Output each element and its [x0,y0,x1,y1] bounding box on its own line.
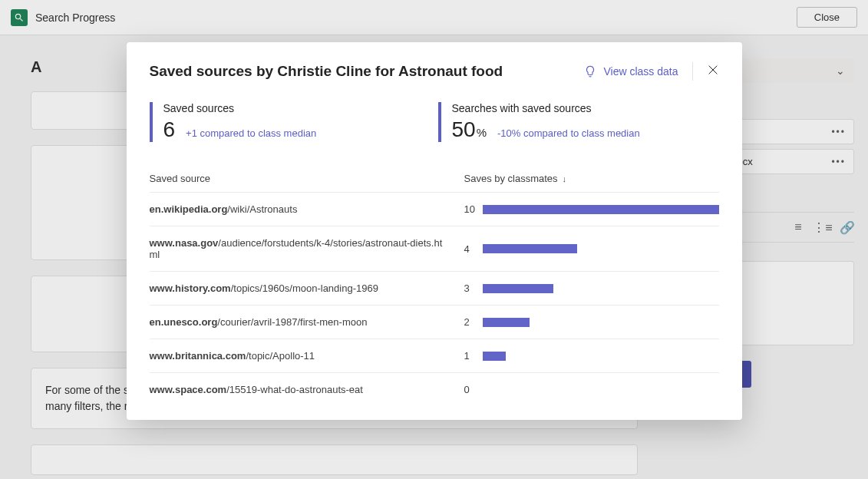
source-bar-track [483,284,719,293]
stat-label: Saved sources [163,102,431,114]
source-bar [483,352,507,361]
stat-label: Searches with saved sources [452,102,719,114]
source-bar-track [483,385,719,395]
source-count: 3 [464,282,483,294]
source-row: www.space.com/15519-what-do-astronauts-e… [150,372,719,406]
modal-overlay: Saved sources by Christie Cline for Astr… [0,0,868,479]
sources-table-body: en.wikipedia.org/wiki/Astronauts10www.na… [150,192,719,406]
stat-value: 6 [163,117,176,142]
source-count: 10 [464,203,483,215]
source-bar-track [483,318,719,327]
close-icon [707,64,719,76]
stat-compare: +1 compared to class median [186,127,316,139]
divider [692,62,693,81]
source-url[interactable]: www.britannica.com/topic/Apollo-11 [150,350,464,362]
source-url[interactable]: www.space.com/15519-what-do-astronauts-e… [150,384,464,395]
source-row: en.wikipedia.org/wiki/Astronauts10 [150,192,719,226]
source-url[interactable]: www.history.com/topics/1960s/moon-landin… [150,282,464,294]
stat-compare: -10% compared to class median [497,127,640,139]
saved-sources-stat: Saved sources 6 +1 compared to class med… [150,102,431,142]
modal-title: Saved sources by Christie Cline for Astr… [150,63,503,80]
source-url[interactable]: www.nasa.gov/audience/forstudents/k-4/st… [150,237,464,260]
saved-sources-modal: Saved sources by Christie Cline for Astr… [127,42,742,420]
source-row: www.history.com/topics/1960s/moon-landin… [150,271,719,305]
source-bar [483,205,719,214]
source-bar [483,284,553,293]
stats-row: Saved sources 6 +1 compared to class med… [150,102,719,142]
th-source: Saved source [150,173,464,184]
stat-value: 50% [452,117,487,142]
source-row: en.unesco.org/courier/avril-1987/first-m… [150,305,719,339]
modal-header: Saved sources by Christie Cline for Astr… [150,62,719,81]
view-class-data-link[interactable]: View class data [583,64,678,78]
searches-stat: Searches with saved sources 50% -10% com… [438,102,719,142]
source-row: www.britannica.com/topic/Apollo-111 [150,339,719,372]
th-saves-label: Saves by classmates [464,173,558,184]
source-count: 0 [464,384,483,395]
view-link-text: View class data [603,65,678,78]
close-modal-button[interactable] [707,64,719,79]
sort-down-icon: ↓ [563,174,567,183]
source-url[interactable]: en.unesco.org/courier/avril-1987/first-m… [150,316,464,328]
th-saves[interactable]: Saves by classmates ↓ [464,173,567,184]
source-row: www.nasa.gov/audience/forstudents/k-4/st… [150,226,719,271]
source-bar-track [483,352,719,361]
source-count: 4 [464,243,483,255]
source-bar [483,244,577,253]
source-bar-track [483,244,719,253]
source-count: 1 [464,350,483,362]
source-count: 2 [464,316,483,328]
sources-table-header: Saved source Saves by classmates ↓ [150,165,719,192]
source-bar [483,318,530,327]
lightbulb-icon [583,64,597,78]
source-bar-track [483,205,719,214]
source-url[interactable]: en.wikipedia.org/wiki/Astronauts [150,203,464,215]
